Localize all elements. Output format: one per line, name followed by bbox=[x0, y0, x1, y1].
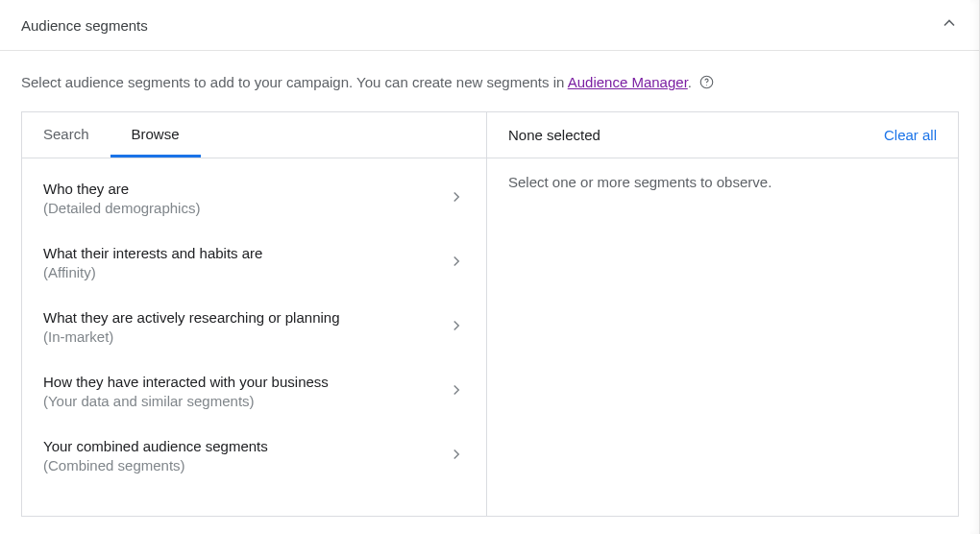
category-subtitle: (In-market) bbox=[43, 328, 340, 347]
chevron-right-icon bbox=[448, 381, 465, 402]
description-suffix: . bbox=[688, 74, 692, 90]
category-interacted-business[interactable]: How they have interacted with your busin… bbox=[22, 359, 486, 424]
chevron-right-icon bbox=[448, 253, 465, 274]
tab-search[interactable]: Search bbox=[22, 112, 110, 158]
category-title: Your combined audience segments bbox=[43, 437, 268, 456]
category-title: How they have interacted with your busin… bbox=[43, 373, 329, 392]
description-text: Select audience segments to add to your … bbox=[0, 51, 980, 111]
category-subtitle: (Affinity) bbox=[43, 263, 262, 282]
category-who-they-are[interactable]: Who they are (Detailed demographics) bbox=[22, 166, 486, 231]
chevron-up-icon[interactable] bbox=[940, 13, 959, 36]
chevron-right-icon bbox=[448, 188, 465, 209]
audience-manager-link[interactable]: Audience Manager bbox=[568, 74, 688, 90]
category-title: What they are actively researching or pl… bbox=[43, 308, 340, 328]
selection-placeholder: Select one or more segments to observe. bbox=[487, 158, 958, 206]
category-title: Who they are bbox=[43, 180, 200, 199]
category-interests-habits[interactable]: What their interests and habits are (Aff… bbox=[22, 231, 486, 295]
category-actively-researching[interactable]: What they are actively researching or pl… bbox=[22, 295, 486, 359]
category-subtitle: (Your data and similar segments) bbox=[43, 392, 329, 411]
svg-point-1 bbox=[706, 85, 707, 85]
right-header: None selected Clear all bbox=[487, 112, 958, 158]
clear-all-button[interactable]: Clear all bbox=[884, 127, 937, 143]
left-pane: Search Browse Who they are (Detailed dem… bbox=[22, 112, 487, 516]
tab-browse[interactable]: Browse bbox=[110, 112, 201, 158]
selection-count: None selected bbox=[508, 127, 600, 143]
page-right-edge bbox=[970, 0, 980, 534]
category-text: Your combined audience segments (Combine… bbox=[43, 437, 268, 474]
right-pane: None selected Clear all Select one or mo… bbox=[487, 112, 958, 516]
category-subtitle: (Detailed demographics) bbox=[43, 199, 200, 218]
chevron-right-icon bbox=[448, 317, 465, 338]
category-subtitle: (Combined segments) bbox=[43, 456, 268, 475]
category-text: How they have interacted with your busin… bbox=[43, 373, 329, 410]
chevron-right-icon bbox=[448, 446, 465, 467]
category-list: Who they are (Detailed demographics) Wha… bbox=[22, 158, 486, 496]
tabs-row: Search Browse bbox=[22, 112, 486, 158]
panel-title: Audience segments bbox=[21, 17, 148, 34]
help-icon[interactable] bbox=[699, 75, 714, 92]
category-text: Who they are (Detailed demographics) bbox=[43, 180, 200, 217]
category-combined-segments[interactable]: Your combined audience segments (Combine… bbox=[22, 424, 486, 488]
category-text: What they are actively researching or pl… bbox=[43, 308, 340, 346]
description-prefix: Select audience segments to add to your … bbox=[21, 74, 568, 90]
category-text: What their interests and habits are (Aff… bbox=[43, 244, 262, 281]
audience-segments-panel: Audience segments Select audience segmen… bbox=[0, 0, 980, 517]
category-title: What their interests and habits are bbox=[43, 244, 262, 263]
segment-picker: Search Browse Who they are (Detailed dem… bbox=[21, 111, 959, 517]
panel-header: Audience segments bbox=[0, 0, 980, 51]
